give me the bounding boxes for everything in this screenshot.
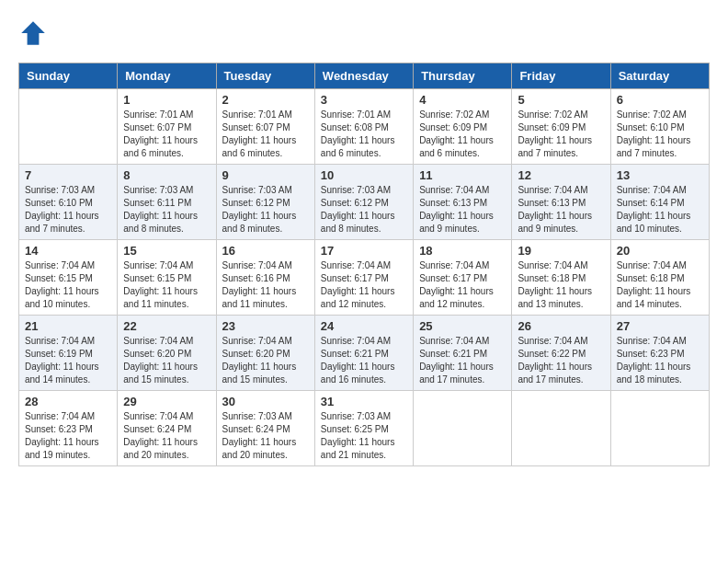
day-number: 19	[518, 244, 604, 258]
day-info: Sunrise: 7:04 AM Sunset: 6:24 PM Dayligh…	[123, 410, 210, 462]
calendar-cell: 15Sunrise: 7:04 AM Sunset: 6:15 PM Dayli…	[118, 240, 216, 316]
calendar-cell: 16Sunrise: 7:04 AM Sunset: 6:16 PM Dayli…	[216, 240, 314, 316]
day-number: 9	[222, 168, 309, 182]
svg-marker-0	[21, 21, 45, 45]
day-number: 24	[321, 319, 407, 333]
calendar-cell: 22Sunrise: 7:04 AM Sunset: 6:20 PM Dayli…	[118, 316, 216, 391]
calendar-cell: 7Sunrise: 7:03 AM Sunset: 6:10 PM Daylig…	[19, 165, 118, 240]
calendar-cell: 5Sunrise: 7:02 AM Sunset: 6:09 PM Daylig…	[512, 89, 610, 165]
day-info: Sunrise: 7:01 AM Sunset: 6:07 PM Dayligh…	[222, 109, 309, 160]
day-number: 8	[123, 168, 210, 182]
weekday-header-sunday: Sunday	[19, 63, 118, 89]
day-info: Sunrise: 7:04 AM Sunset: 6:13 PM Dayligh…	[419, 184, 506, 236]
logo-icon	[18, 18, 48, 48]
day-info: Sunrise: 7:04 AM Sunset: 6:17 PM Dayligh…	[419, 259, 506, 311]
calendar-cell: 28Sunrise: 7:04 AM Sunset: 6:23 PM Dayli…	[19, 391, 118, 466]
calendar-cell: 4Sunrise: 7:02 AM Sunset: 6:09 PM Daylig…	[414, 89, 512, 165]
calendar-cell: 30Sunrise: 7:03 AM Sunset: 6:24 PM Dayli…	[216, 391, 314, 466]
calendar-cell: 21Sunrise: 7:04 AM Sunset: 6:19 PM Dayli…	[19, 316, 118, 391]
weekday-header-thursday: Thursday	[414, 63, 512, 89]
day-info: Sunrise: 7:04 AM Sunset: 6:17 PM Dayligh…	[321, 259, 407, 311]
calendar-week-row: 14Sunrise: 7:04 AM Sunset: 6:15 PM Dayli…	[19, 240, 710, 316]
weekday-header-row: SundayMondayTuesdayWednesdayThursdayFrid…	[19, 63, 710, 89]
calendar-cell: 23Sunrise: 7:04 AM Sunset: 6:20 PM Dayli…	[216, 316, 314, 391]
calendar-week-row: 7Sunrise: 7:03 AM Sunset: 6:10 PM Daylig…	[19, 165, 710, 240]
day-info: Sunrise: 7:04 AM Sunset: 6:16 PM Dayligh…	[222, 259, 309, 311]
day-number: 23	[222, 319, 309, 333]
day-info: Sunrise: 7:04 AM Sunset: 6:13 PM Dayligh…	[518, 184, 604, 236]
day-info: Sunrise: 7:04 AM Sunset: 6:21 PM Dayligh…	[419, 335, 506, 386]
calendar-cell: 13Sunrise: 7:04 AM Sunset: 6:14 PM Dayli…	[610, 165, 709, 240]
day-info: Sunrise: 7:01 AM Sunset: 6:07 PM Dayligh…	[123, 109, 210, 160]
day-number: 15	[123, 244, 210, 258]
day-info: Sunrise: 7:02 AM Sunset: 6:09 PM Dayligh…	[518, 109, 604, 160]
calendar-cell: 6Sunrise: 7:02 AM Sunset: 6:10 PM Daylig…	[610, 89, 709, 165]
calendar-cell	[19, 89, 118, 165]
calendar-cell: 9Sunrise: 7:03 AM Sunset: 6:12 PM Daylig…	[216, 165, 314, 240]
day-number: 18	[419, 244, 506, 258]
calendar-cell: 20Sunrise: 7:04 AM Sunset: 6:18 PM Dayli…	[610, 240, 709, 316]
header	[18, 18, 710, 48]
day-number: 30	[222, 395, 309, 408]
day-info: Sunrise: 7:04 AM Sunset: 6:15 PM Dayligh…	[25, 259, 111, 311]
day-number: 6	[617, 93, 703, 107]
calendar-cell: 25Sunrise: 7:04 AM Sunset: 6:21 PM Dayli…	[414, 316, 512, 391]
day-number: 20	[617, 244, 703, 258]
day-info: Sunrise: 7:04 AM Sunset: 6:20 PM Dayligh…	[123, 335, 210, 386]
day-info: Sunrise: 7:04 AM Sunset: 6:23 PM Dayligh…	[25, 410, 111, 462]
day-info: Sunrise: 7:04 AM Sunset: 6:18 PM Dayligh…	[617, 259, 703, 311]
weekday-header-saturday: Saturday	[610, 63, 709, 89]
day-info: Sunrise: 7:02 AM Sunset: 6:10 PM Dayligh…	[617, 109, 703, 160]
calendar-cell: 3Sunrise: 7:01 AM Sunset: 6:08 PM Daylig…	[314, 89, 413, 165]
day-number: 3	[321, 93, 407, 107]
weekday-header-monday: Monday	[118, 63, 216, 89]
calendar-table: SundayMondayTuesdayWednesdayThursdayFrid…	[18, 63, 710, 466]
day-number: 11	[419, 168, 506, 182]
day-info: Sunrise: 7:04 AM Sunset: 6:21 PM Dayligh…	[321, 335, 407, 386]
day-info: Sunrise: 7:01 AM Sunset: 6:08 PM Dayligh…	[321, 109, 407, 160]
day-number: 17	[321, 244, 407, 258]
day-info: Sunrise: 7:04 AM Sunset: 6:15 PM Dayligh…	[123, 259, 210, 311]
calendar-cell: 11Sunrise: 7:04 AM Sunset: 6:13 PM Dayli…	[414, 165, 512, 240]
calendar-cell: 1Sunrise: 7:01 AM Sunset: 6:07 PM Daylig…	[118, 89, 216, 165]
day-number: 7	[25, 168, 111, 182]
day-number: 28	[25, 395, 111, 408]
calendar-cell: 24Sunrise: 7:04 AM Sunset: 6:21 PM Dayli…	[314, 316, 413, 391]
day-number: 27	[617, 319, 703, 333]
calendar-cell: 18Sunrise: 7:04 AM Sunset: 6:17 PM Dayli…	[414, 240, 512, 316]
weekday-header-tuesday: Tuesday	[216, 63, 314, 89]
day-info: Sunrise: 7:04 AM Sunset: 6:14 PM Dayligh…	[617, 184, 703, 236]
day-info: Sunrise: 7:03 AM Sunset: 6:25 PM Dayligh…	[321, 410, 407, 462]
day-number: 2	[222, 93, 309, 107]
calendar-cell: 19Sunrise: 7:04 AM Sunset: 6:18 PM Dayli…	[512, 240, 610, 316]
day-info: Sunrise: 7:04 AM Sunset: 6:23 PM Dayligh…	[617, 335, 703, 386]
day-info: Sunrise: 7:03 AM Sunset: 6:24 PM Dayligh…	[222, 410, 309, 462]
day-number: 1	[123, 93, 210, 107]
day-number: 10	[321, 168, 407, 182]
calendar-cell: 12Sunrise: 7:04 AM Sunset: 6:13 PM Dayli…	[512, 165, 610, 240]
calendar-cell	[610, 391, 709, 466]
weekday-header-wednesday: Wednesday	[314, 63, 413, 89]
calendar-cell	[512, 391, 610, 466]
weekday-header-friday: Friday	[512, 63, 610, 89]
day-info: Sunrise: 7:04 AM Sunset: 6:22 PM Dayligh…	[518, 335, 604, 386]
calendar-cell: 2Sunrise: 7:01 AM Sunset: 6:07 PM Daylig…	[216, 89, 314, 165]
day-info: Sunrise: 7:04 AM Sunset: 6:19 PM Dayligh…	[25, 335, 111, 386]
day-number: 14	[25, 244, 111, 258]
calendar-cell: 10Sunrise: 7:03 AM Sunset: 6:12 PM Dayli…	[314, 165, 413, 240]
calendar-cell: 8Sunrise: 7:03 AM Sunset: 6:11 PM Daylig…	[118, 165, 216, 240]
day-info: Sunrise: 7:02 AM Sunset: 6:09 PM Dayligh…	[419, 109, 506, 160]
day-number: 21	[25, 319, 111, 333]
day-info: Sunrise: 7:04 AM Sunset: 6:18 PM Dayligh…	[518, 259, 604, 311]
day-number: 5	[518, 93, 604, 107]
day-number: 26	[518, 319, 604, 333]
day-info: Sunrise: 7:03 AM Sunset: 6:11 PM Dayligh…	[123, 184, 210, 236]
day-number: 13	[617, 168, 703, 182]
calendar-cell: 31Sunrise: 7:03 AM Sunset: 6:25 PM Dayli…	[314, 391, 413, 466]
calendar-cell: 14Sunrise: 7:04 AM Sunset: 6:15 PM Dayli…	[19, 240, 118, 316]
day-number: 16	[222, 244, 309, 258]
day-info: Sunrise: 7:03 AM Sunset: 6:10 PM Dayligh…	[25, 184, 111, 236]
day-info: Sunrise: 7:03 AM Sunset: 6:12 PM Dayligh…	[321, 184, 407, 236]
day-number: 25	[419, 319, 506, 333]
day-number: 12	[518, 168, 604, 182]
